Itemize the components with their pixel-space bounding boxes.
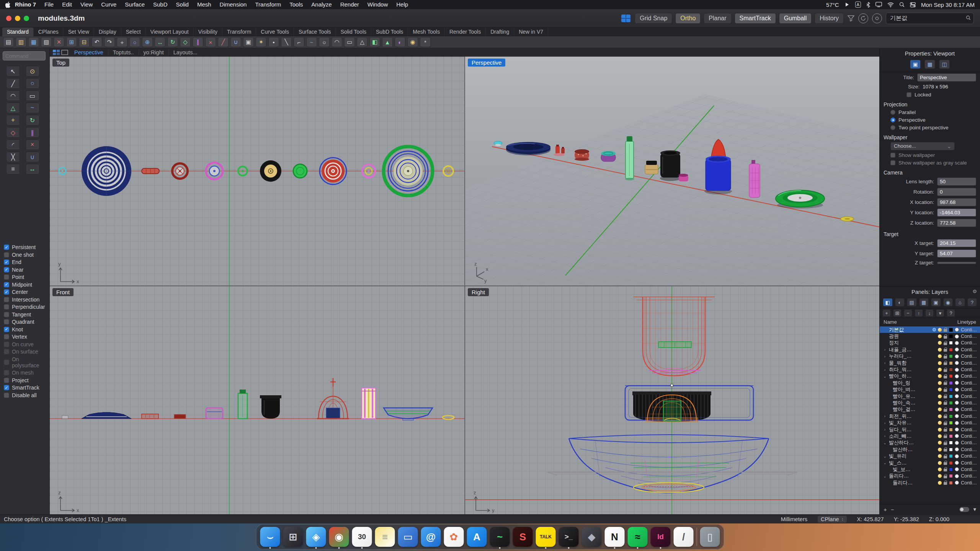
menu-view[interactable]: View: [77, 0, 96, 9]
viewport-right-label[interactable]: Right: [468, 288, 489, 296]
layer-linetype[interactable]: Conti…: [961, 434, 978, 439]
osnap-perpendicular[interactable]: Perpendicular: [4, 304, 48, 310]
osnap-one-shot-checkbox[interactable]: [4, 252, 9, 258]
layer-visibility-bulb-icon[interactable]: [938, 354, 942, 358]
fillet-tool-icon[interactable]: ◜: [6, 139, 20, 150]
osnap-intersection[interactable]: Intersection: [4, 297, 48, 303]
layer-linetype[interactable]: Conti…: [961, 447, 978, 452]
history-back-icon[interactable]: [858, 13, 868, 23]
layer-visibility-bulb-icon[interactable]: [938, 408, 942, 411]
zoom-icon[interactable]: ○: [129, 37, 140, 47]
dock-terminal[interactable]: >_: [559, 527, 579, 547]
viewport-grid-icon[interactable]: [53, 50, 60, 55]
camera-field-y-location[interactable]: -1464.03: [937, 209, 976, 217]
new-file-icon[interactable]: ▤: [3, 37, 14, 47]
traffic-light-zoom[interactable]: [24, 16, 29, 21]
layer-visibility-bulb-icon[interactable]: [938, 454, 942, 458]
radio-two-point-perspective[interactable]: [890, 125, 895, 130]
menu-help[interactable]: Help: [392, 0, 412, 9]
layer-material-circle[interactable]: [955, 454, 959, 458]
menu-file[interactable]: File: [41, 0, 57, 9]
object-purple-jar[interactable]: [601, 151, 616, 162]
footer-caret[interactable]: ▾: [973, 506, 976, 513]
osnap-on-curve[interactable]: On curve: [4, 341, 48, 347]
ribbon-tab-cplanes[interactable]: CPlanes: [34, 28, 64, 36]
layer-visibility-bulb-icon[interactable]: [938, 434, 942, 438]
layer-color-swatch[interactable]: [949, 395, 953, 398]
ribbon-tab-drafting[interactable]: Drafting: [486, 28, 514, 36]
ribbon-tab-mesh-tools[interactable]: Mesh Tools: [408, 28, 445, 36]
menu-analyze[interactable]: Analyze: [307, 0, 335, 9]
menu-render[interactable]: Render: [336, 0, 363, 9]
layer-linetype[interactable]: Conti…: [961, 394, 978, 399]
camera-field-rotation[interactable]: 0: [937, 188, 976, 196]
remove-layer-button[interactable]: −: [891, 506, 894, 513]
layer-visibility-bulb-icon[interactable]: [938, 461, 942, 465]
pan-icon[interactable]: +: [117, 37, 127, 47]
osnap-on-curve-checkbox[interactable]: [4, 342, 9, 347]
libraries-panel-icon[interactable]: ⌂: [955, 298, 965, 306]
ribbon-tab-subd-tools[interactable]: SubD Tools: [371, 28, 408, 36]
render-icon-icon[interactable]: ◉: [407, 37, 418, 47]
layer-expand-icon[interactable]: ›: [883, 414, 887, 418]
layer-detail-toggle[interactable]: [959, 507, 969, 512]
apple-menu-icon[interactable]: [5, 1, 11, 8]
move-tool-icon[interactable]: +: [6, 115, 20, 126]
cplane-dropdown[interactable]: CPlane↕: [817, 515, 847, 523]
layer-lock-icon[interactable]: [944, 456, 947, 458]
layer-row[interactable]: ⌄돌리다…Conti…: [880, 473, 980, 479]
layer-color-swatch[interactable]: [949, 408, 953, 411]
dock-screen-sharing[interactable]: ▭: [398, 527, 418, 547]
osnap-vertex-checkbox[interactable]: [4, 334, 9, 339]
cut-icon[interactable]: ✕: [54, 37, 64, 47]
split-tool-icon[interactable]: ╳: [6, 152, 20, 162]
osnap-project-checkbox[interactable]: [4, 378, 9, 383]
osnap-on-surface-checkbox[interactable]: [4, 349, 9, 354]
layer-lock-icon[interactable]: [944, 369, 947, 372]
osnap-center-checkbox[interactable]: ✓: [4, 289, 9, 295]
dock-design-app[interactable]: /: [674, 527, 694, 547]
surface-icon[interactable]: ◧: [369, 37, 380, 47]
object-striped-cylinder-front[interactable]: [362, 388, 376, 419]
layer-linetype[interactable]: Conti…: [961, 380, 978, 386]
display-props-icon[interactable]: ▦: [924, 60, 935, 69]
paste-icon[interactable]: ⊟: [79, 37, 90, 47]
layer-lock-icon[interactable]: [944, 396, 947, 398]
layer-color-swatch[interactable]: [949, 474, 953, 478]
layer-expand-icon[interactable]: ›: [883, 421, 887, 425]
record-icon[interactable]: [872, 13, 882, 23]
layer-row[interactable]: ›물_뭐함Conti…: [880, 360, 980, 366]
search-icon[interactable]: [966, 15, 971, 21]
layer-visibility-bulb-icon[interactable]: [938, 361, 942, 365]
undo-icon[interactable]: ↶: [91, 37, 102, 47]
osnap-on-mesh[interactable]: On mesh: [4, 370, 48, 376]
line-tool-icon[interactable]: ╱: [6, 78, 20, 89]
osnap-midpoint-checkbox[interactable]: ✓: [4, 282, 9, 287]
object-tan-jar[interactable]: [645, 161, 658, 174]
move-down-icon[interactable]: ↓: [926, 310, 933, 316]
osnap-point-checkbox[interactable]: [4, 274, 9, 280]
object-maroon-jar[interactable]: [575, 149, 589, 161]
layer-lock-icon[interactable]: [944, 356, 947, 359]
layer-expand-icon[interactable]: ›: [883, 354, 887, 359]
circle-tool-icon[interactable]: ○: [26, 78, 39, 89]
viewport-single-icon[interactable]: [61, 50, 68, 55]
layer-visibility-bulb-icon[interactable]: [938, 381, 942, 385]
layer-color-swatch[interactable]: [949, 468, 953, 471]
bluetooth-icon[interactable]: [866, 1, 870, 8]
layers-panel-icon[interactable]: ◧: [883, 298, 893, 306]
open-file-icon[interactable]: ▥: [16, 37, 26, 47]
layer-material-circle[interactable]: [955, 341, 959, 345]
osnap-disable-all-checkbox[interactable]: [4, 393, 9, 398]
osnap-near[interactable]: ✓Near: [4, 267, 48, 273]
layer-linetype[interactable]: Conti…: [961, 453, 978, 459]
layer-lock-icon[interactable]: [944, 376, 947, 378]
layer-expand-icon[interactable]: ⌄: [883, 474, 887, 478]
layer-material-circle[interactable]: [955, 434, 959, 438]
osnap-tangent[interactable]: Tangent: [4, 311, 48, 318]
layer-lock-icon[interactable]: [944, 336, 947, 339]
layer-linetype[interactable]: Conti…: [961, 414, 978, 419]
menu-window[interactable]: Window: [364, 0, 392, 9]
object-red-tray[interactable]: [142, 168, 159, 174]
gear-icon[interactable]: ⚙: [972, 289, 977, 294]
